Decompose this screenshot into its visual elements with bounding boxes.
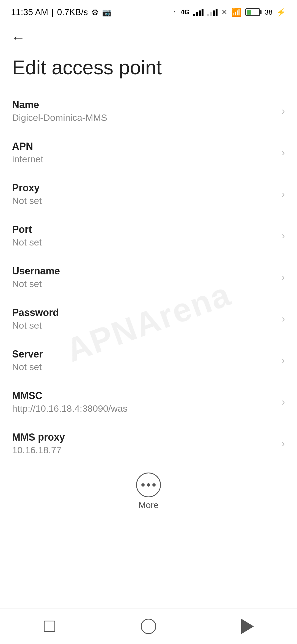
status-right: ⬝ 4G ✕ 📶 38 ⚡ [172,7,286,17]
time-display: 11:35 AM [11,7,48,17]
network-speed: 0.7KB/s [57,7,88,17]
nav-recents-button[interactable] [38,615,61,637]
more-section: More [0,464,297,516]
status-bar: 11:35 AM | 0.7KB/s ⚙ 📷 ⬝ 4G ✕ 📶 38 ⚡ [0,0,297,22]
wifi-icon: 📶 [231,7,241,17]
field-label-1: APN [12,141,276,152]
nav-home-button[interactable] [138,615,160,637]
field-value-3: Not set [12,237,276,248]
battery-indicator: 38 [245,8,273,17]
chevron-right-icon-8: › [282,438,285,449]
settings-item-port[interactable]: PortNot set› [0,215,297,256]
settings-item-mmsc[interactable]: MMSChttp://10.16.18.4:38090/was› [0,381,297,423]
settings-item-content-6: ServerNot set [12,348,276,372]
field-value-7: http://10.16.18.4:38090/was [12,403,276,414]
settings-item-password[interactable]: PasswordNot set› [0,298,297,340]
no-signal-icon: ✕ [221,8,227,17]
field-label-3: Port [12,224,276,235]
field-label-7: MMSC [12,390,276,402]
settings-item-content-8: MMS proxy10.16.18.77 [12,432,276,455]
bluetooth-icon: ⬝ [172,8,177,17]
settings-item-content-7: MMSChttp://10.16.18.4:38090/was [12,390,276,414]
field-label-0: Name [12,99,276,111]
settings-item-content-0: NameDigicel-Dominica-MMS [12,99,276,123]
more-label: More [139,500,159,510]
nav-back-button[interactable] [237,615,258,637]
settings-item-content-2: ProxyNot set [12,182,276,206]
settings-item-content-3: PortNot set [12,224,276,248]
home-icon [141,619,156,634]
chevron-right-icon-0: › [282,105,285,117]
recents-icon [44,621,55,632]
settings-item-proxy[interactable]: ProxyNot set› [0,173,297,215]
signal-bars-1 [193,8,204,16]
field-value-5: Not set [12,320,276,331]
battery-percent: 38 [265,8,273,17]
field-value-8: 10.16.18.77 [12,445,276,455]
chevron-right-icon-5: › [282,313,285,325]
settings-item-content-5: PasswordNot set [12,307,276,331]
settings-list: NameDigicel-Dominica-MMS›APNinternet›Pro… [0,90,297,464]
chevron-right-icon-2: › [282,189,285,200]
field-label-2: Proxy [12,182,276,194]
chevron-right-icon-1: › [282,147,285,159]
settings-item-server[interactable]: ServerNot set› [0,340,297,381]
bottom-nav [0,608,297,644]
field-value-1: internet [12,154,276,165]
charging-icon: ⚡ [276,8,286,17]
field-value-6: Not set [12,362,276,372]
settings-item-mms-proxy[interactable]: MMS proxy10.16.18.77› [0,423,297,464]
more-dots-icon [141,483,156,487]
field-label-6: Server [12,348,276,360]
field-value-2: Not set [12,195,276,206]
back-button[interactable]: ← [11,29,25,45]
field-label-8: MMS proxy [12,432,276,443]
video-icon: 📷 [102,8,112,17]
nav-back-area: ← [0,22,297,50]
settings-item-apn[interactable]: APNinternet› [0,132,297,173]
settings-item-username[interactable]: UsernameNot set› [0,256,297,298]
field-value-4: Not set [12,279,276,289]
chevron-right-icon-7: › [282,396,285,408]
more-button[interactable] [136,473,161,497]
status-left: 11:35 AM | 0.7KB/s ⚙ 📷 [11,7,112,17]
field-label-5: Password [12,307,276,318]
settings-item-content-4: UsernameNot set [12,265,276,289]
field-value-0: Digicel-Dominica-MMS [12,112,276,123]
chevron-right-icon-6: › [282,355,285,366]
page-title: Edit access point [0,50,297,90]
signal-bars-2 [207,8,218,16]
settings-item-name[interactable]: NameDigicel-Dominica-MMS› [0,90,297,132]
settings-item-content-1: APNinternet [12,141,276,165]
signal-4g-icon: 4G [181,8,189,16]
field-label-4: Username [12,265,276,277]
back-icon [241,619,254,634]
settings-icon: ⚙ [91,7,99,17]
chevron-right-icon-4: › [282,272,285,283]
speed-display: | [51,7,54,17]
chevron-right-icon-3: › [282,230,285,242]
